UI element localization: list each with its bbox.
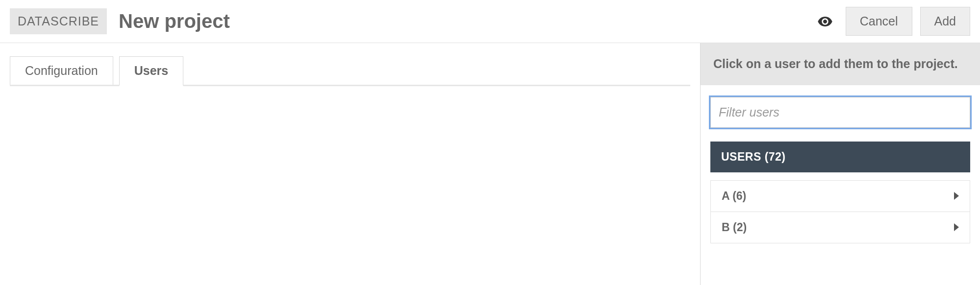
users-header[interactable]: USERS (72): [710, 142, 970, 172]
user-group-label: A (6): [722, 190, 746, 203]
content: Configuration Users Click on a user to a…: [0, 43, 980, 285]
add-button[interactable]: Add: [920, 7, 970, 36]
page-title: New project: [119, 10, 816, 32]
sidebar-hint: Click on a user to add them to the proje…: [701, 43, 980, 85]
tab-users[interactable]: Users: [119, 56, 184, 86]
filter-users-input[interactable]: [710, 97, 970, 128]
header-actions: Cancel Add: [816, 7, 970, 36]
main-panel: Configuration Users: [0, 43, 701, 285]
caret-right-icon: [954, 192, 959, 200]
page-header: DATASCRIBE New project Cancel Add: [0, 0, 980, 43]
user-group-b[interactable]: B (2): [710, 212, 970, 243]
tab-configuration[interactable]: Configuration: [10, 56, 113, 85]
cancel-button[interactable]: Cancel: [846, 7, 912, 36]
user-group-a[interactable]: A (6): [710, 180, 970, 212]
user-group-label: B (2): [722, 221, 747, 234]
sidebar-body: USERS (72) A (6) B (2): [701, 85, 980, 243]
sidebar: Click on a user to add them to the proje…: [701, 43, 980, 285]
eye-icon[interactable]: [816, 13, 834, 30]
app-badge: DATASCRIBE: [10, 8, 107, 34]
caret-right-icon: [954, 223, 959, 231]
tabs: Configuration Users: [10, 56, 690, 86]
